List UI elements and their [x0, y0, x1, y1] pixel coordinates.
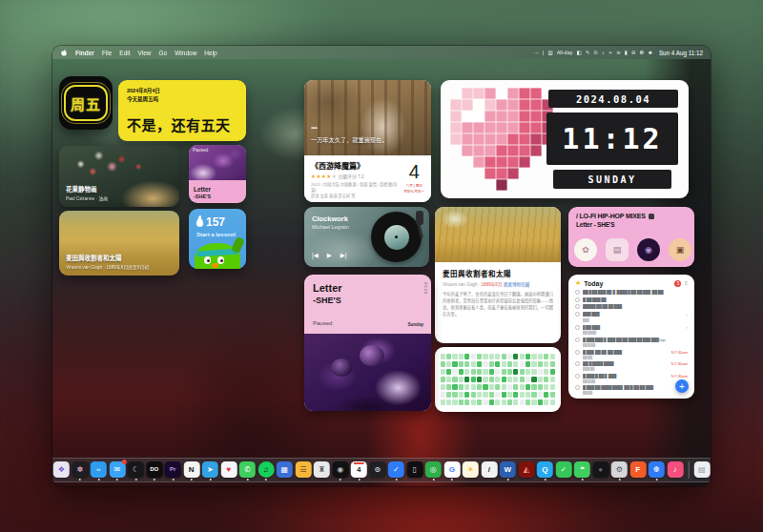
pixel-clock-widget[interactable]: 2024.08.04 11:12 SUNDAY [441, 80, 689, 198]
dock-downloads[interactable]: ▤ [693, 460, 711, 481]
status-pen-icon[interactable]: ✎ [586, 50, 590, 55]
playback-status-large: Paused [313, 320, 332, 326]
clockwork-player-widget[interactable]: Clockwork Michael Legrain |◀ ▶ ▶| [304, 207, 429, 267]
contribution-cell [526, 392, 530, 397]
music-widget-large[interactable]: Letter -SHE'S Paused 2024 Sunday [304, 275, 431, 411]
cezanne-art-widget[interactable]: 花果静物画 Paul Cézanne · 油画 [59, 146, 179, 207]
menu-item-file[interactable]: File [102, 50, 112, 56]
dock-shield-app[interactable]: ✓ [555, 460, 572, 481]
status-music-icon[interactable]: ♪ [602, 50, 605, 55]
dock-slash-app[interactable]: / [481, 460, 498, 481]
vinyl-sticker[interactable]: ◉ [637, 238, 660, 261]
menu-clock[interactable]: Sun 4 Aug 11:12 [659, 50, 703, 56]
status-more-icon[interactable]: ⋯ [534, 50, 540, 55]
dock-word[interactable]: W [499, 460, 516, 481]
doodle-sticker[interactable]: ✿ [574, 238, 597, 261]
art-info-widget[interactable]: 麦田與收割者和太陽 Vincent van Gogh · 1889年6月 奥赛博… [435, 207, 561, 343]
dock-camera[interactable]: ◉ [332, 460, 349, 481]
todo-more-icon[interactable]: ≡ [684, 280, 688, 286]
dock-dark-app[interactable]: ☾ [127, 460, 144, 481]
dock-f-app[interactable]: F [629, 460, 647, 481]
menu-item-edit[interactable]: Edit [119, 50, 130, 56]
dock-photos-dark[interactable]: ✽ [72, 460, 89, 481]
dock-mail[interactable]: ✉ [109, 460, 126, 481]
status-snowflake-icon[interactable]: ❆ [639, 50, 644, 55]
dock-telegram[interactable]: ➤ [201, 460, 218, 481]
menu-item-go[interactable]: Go [159, 50, 168, 56]
status-record-icon[interactable]: ⊙ [593, 50, 598, 55]
next-button[interactable]: ▶| [340, 252, 347, 259]
todo-time: ↻7:30am [671, 361, 688, 366]
dock-car-app[interactable]: ⊙ [369, 460, 386, 481]
contribution-graph-widget[interactable] [435, 347, 561, 412]
dock-notion[interactable]: N [183, 460, 200, 481]
checkbox-icon[interactable] [575, 304, 580, 309]
dock-google[interactable]: G [443, 460, 461, 481]
dock-spotify[interactable]: ♫ [258, 460, 275, 481]
dock-iphone-mirroring[interactable]: ▯ [406, 460, 423, 481]
dock-messages[interactable]: ❝ [573, 460, 590, 481]
dock-health[interactable]: ♥ [220, 460, 237, 481]
dock-launchpad[interactable]: ❖ [52, 460, 70, 481]
heart-pixel [485, 88, 496, 99]
dock-premiere[interactable]: Pr [164, 460, 181, 481]
dock-green-app[interactable]: ◎ [424, 460, 442, 481]
painting-year[interactable]: 1889年6月 [482, 282, 503, 287]
checkbox-icon[interactable] [575, 350, 580, 355]
status-divider-icon[interactable]: | [543, 50, 544, 55]
checkbox-icon[interactable] [575, 374, 580, 379]
previous-button[interactable]: |◀ [312, 252, 319, 259]
menu-item-view[interactable]: View [138, 50, 152, 56]
dock-calendar[interactable]: 4 [350, 460, 367, 481]
status-battery-icon[interactable]: ▮ [625, 50, 628, 55]
dock-blue-app[interactable]: ▦ [276, 460, 293, 481]
dock-things[interactable]: ✓ [387, 460, 404, 481]
menu-item-help[interactable]: Help [204, 50, 217, 56]
radio-sticker[interactable]: ▤ [606, 238, 629, 261]
checkbox-icon[interactable] [575, 297, 580, 302]
dock-qq[interactable]: Q [536, 460, 553, 481]
contribution-cell [502, 369, 506, 374]
apple-logo-icon[interactable] [60, 49, 68, 57]
dock-wechat[interactable]: ✆ [238, 460, 256, 481]
checkbox-icon[interactable] [575, 338, 580, 342]
dock-settings[interactable]: ⚙ [610, 460, 628, 481]
dock-bulb-app[interactable]: ☀ [462, 460, 479, 481]
pink-app-icon: ♪ [667, 461, 683, 478]
dock-orange-app[interactable]: ☰ [295, 460, 312, 481]
play-button[interactable]: ▶ [327, 252, 332, 259]
menu-item-finder[interactable]: Finder [75, 50, 94, 56]
cassette-icon [649, 214, 654, 219]
lofi-playlist-widget[interactable]: / LO-FI HIP-HOP MIXES Letter - SHE'S ✿▤◉… [568, 207, 694, 267]
friday-app-icon[interactable]: 周五 [59, 76, 113, 130]
checkbox-icon[interactable] [575, 385, 580, 390]
checkbox-icon[interactable] [575, 312, 580, 317]
status-wifi-icon[interactable]: ≋ [616, 50, 621, 55]
menu-item-window[interactable]: Window [175, 50, 196, 56]
add-reminder-button[interactable]: + [675, 379, 689, 393]
status-app-cluster-icon[interactable]: ▥ [547, 50, 552, 55]
painting-museum[interactable]: 奥赛博物馆藏 [503, 282, 530, 287]
dock-black-app[interactable]: ● [592, 460, 609, 481]
wheatfield-art-widget[interactable]: 麦田與收割者和太陽 Vincent van Gogh · 1889年6月底至9月… [59, 211, 179, 276]
checkbox-icon[interactable] [575, 361, 580, 366]
boombox-sticker[interactable]: ▣ [669, 238, 691, 261]
dock-red-app[interactable]: ◭ [518, 460, 535, 481]
status-user-icon[interactable]: ☻ [648, 50, 653, 55]
dock-pink-app[interactable]: ♪ [667, 460, 684, 481]
dock-do-app[interactable]: DO [146, 460, 163, 481]
reminders-widget[interactable]: ★ Today 5 ≡ ██ ▊██ ███ █▊ ▊ ████ ▊██ ██ … [568, 275, 694, 399]
status-airdrop-icon[interactable]: ➢ [608, 50, 613, 55]
status-focus-icon[interactable]: ⊖ [631, 50, 636, 55]
status-tile-icon[interactable]: ◧ [576, 50, 581, 55]
checkbox-icon[interactable] [575, 325, 580, 330]
checkbox-icon[interactable] [575, 290, 580, 295]
dock-vscode[interactable]: ‹› [90, 460, 107, 481]
dock-figure-app[interactable]: ♜ [313, 460, 330, 481]
music-widget-small[interactable]: Paused Letter -SHE'S [189, 145, 246, 203]
friday-countdown-widget[interactable]: 2024年8月4日 今天是周五吗 不是，还有五天 [118, 80, 246, 141]
dock-snowflake-app[interactable]: ❆ [648, 460, 665, 481]
movie-widget[interactable]: ““ 一万年太久了，就爱我现在。 《西游降魔篇》 ★★★★★ 豆瓣评分 7.2 … [304, 80, 431, 202]
status-allday-label-icon[interactable]: All-day [557, 50, 573, 55]
duolingo-widget[interactable]: 157 Start a lesson! [189, 209, 246, 269]
